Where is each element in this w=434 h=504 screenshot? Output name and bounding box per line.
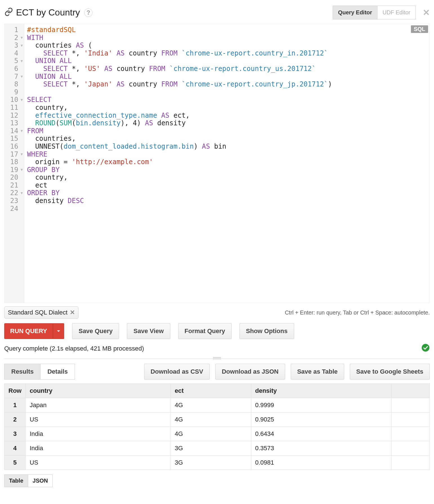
tab-details[interactable]: Details xyxy=(41,364,75,380)
dialect-chip[interactable]: Standard SQL Dialect ✕ xyxy=(4,306,79,319)
view-json-button[interactable]: JSON xyxy=(28,474,53,487)
run-query-dropdown[interactable] xyxy=(53,323,64,339)
view-toggle: Table JSON xyxy=(4,474,53,487)
link-icon xyxy=(4,7,13,18)
svg-point-0 xyxy=(422,344,429,352)
save-query-button[interactable]: Save Query xyxy=(72,323,119,339)
help-icon[interactable]: ? xyxy=(84,8,93,17)
query-status: Query complete (2.1s elapsed, 421 MB pro… xyxy=(4,345,144,352)
col-row: Row xyxy=(5,384,26,398)
success-icon xyxy=(421,344,430,353)
table-row: 5US3G0.0981 xyxy=(5,456,430,470)
sql-badge: SQL xyxy=(411,25,428,33)
table-row: 2US4G0.9025 xyxy=(5,412,430,427)
download-json-button[interactable]: Download as JSON xyxy=(215,364,285,380)
dialect-label: Standard SQL Dialect xyxy=(8,309,68,316)
tab-query-editor[interactable]: Query Editor xyxy=(333,6,377,19)
results-table: Rowcountryectdensity 1Japan4G0.99992US4G… xyxy=(4,383,430,470)
page-title: ECT by Country xyxy=(16,7,80,18)
save-as-table-button[interactable]: Save as Table xyxy=(291,364,344,380)
resize-handle[interactable] xyxy=(4,358,430,359)
download-csv-button[interactable]: Download as CSV xyxy=(144,364,210,380)
table-row: 1Japan4G0.9999 xyxy=(5,398,430,412)
line-gutter: 12▼3▼45▼67▼8910▼11121314▼151617▼1819▼202… xyxy=(5,24,24,303)
col-country: country xyxy=(26,384,171,398)
tab-results[interactable]: Results xyxy=(4,364,41,380)
remove-dialect-icon[interactable]: ✕ xyxy=(70,309,75,316)
save-to-sheets-button[interactable]: Save to Google Sheets xyxy=(350,364,430,380)
close-icon[interactable]: ✕ xyxy=(423,8,430,17)
action-row: RUN QUERY Save Query Save View Format Qu… xyxy=(4,321,430,342)
format-query-button[interactable]: Format Query xyxy=(178,323,232,339)
table-row: 3India4G0.6434 xyxy=(5,427,430,441)
show-options-button[interactable]: Show Options xyxy=(240,323,294,339)
col-ect: ect xyxy=(171,384,251,398)
view-table-button[interactable]: Table xyxy=(4,474,28,487)
save-view-button[interactable]: Save View xyxy=(127,323,170,339)
header: ECT by Country ? Query Editor UDF Editor… xyxy=(4,3,430,24)
table-row: 4India3G0.3573 xyxy=(5,441,430,456)
tab-udf-editor[interactable]: UDF Editor xyxy=(377,6,416,19)
editor-hint: Ctrl + Enter: run query, Tab or Ctrl + S… xyxy=(285,309,430,316)
sql-editor[interactable]: SQL 12▼3▼45▼67▼8910▼11121314▼151617▼1819… xyxy=(4,24,430,303)
code-area[interactable]: #standardSQLWITH countries AS ( SELECT *… xyxy=(24,24,429,303)
run-query-button[interactable]: RUN QUERY xyxy=(4,323,53,339)
col-density: density xyxy=(251,384,391,398)
results-toolbar: Results Details Download as CSV Download… xyxy=(4,364,430,380)
